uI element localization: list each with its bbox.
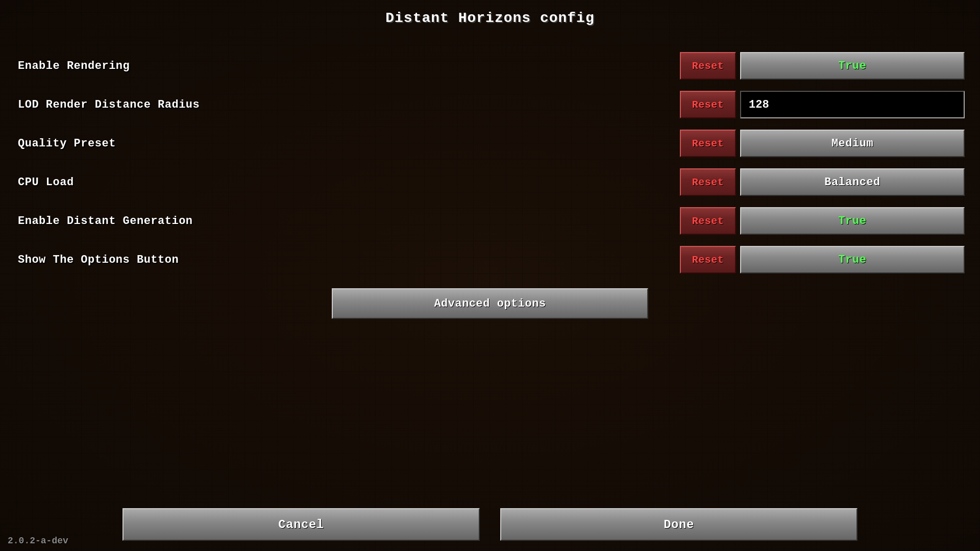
controls-enable-distant-generation: Reset True — [680, 207, 965, 235]
setting-row-enable-distant-generation: Enable Distant Generation Reset True — [15, 202, 965, 240]
value-enable-distant-generation[interactable]: True — [740, 207, 965, 235]
reset-show-options-button[interactable]: Reset — [680, 246, 736, 273]
reset-lod-render-distance[interactable]: Reset — [680, 91, 736, 118]
value-enable-rendering[interactable]: True — [740, 52, 965, 80]
setting-row-quality-preset: Quality Preset Reset Medium — [15, 124, 965, 163]
setting-row-lod-render-distance: LOD Render Distance Radius Reset — [15, 85, 965, 124]
reset-enable-rendering[interactable]: Reset — [680, 52, 736, 80]
input-lod-render-distance[interactable] — [740, 91, 965, 118]
reset-enable-distant-generation[interactable]: Reset — [680, 207, 736, 235]
label-enable-distant-generation: Enable Distant Generation — [15, 215, 680, 228]
page-container: Distant Horizons config Enable Rendering… — [0, 0, 980, 551]
bottom-buttons: Cancel Done — [0, 508, 980, 541]
settings-area: Enable Rendering Reset True LOD Render D… — [0, 46, 980, 319]
controls-show-options-button: Reset True — [680, 246, 965, 273]
setting-row-enable-rendering: Enable Rendering Reset True — [15, 46, 965, 85]
reset-cpu-load[interactable]: Reset — [680, 168, 736, 196]
label-quality-preset: Quality Preset — [15, 137, 680, 150]
cancel-button[interactable]: Cancel — [122, 508, 480, 541]
controls-quality-preset: Reset Medium — [680, 130, 965, 157]
label-cpu-load: CPU Load — [15, 176, 680, 189]
done-button[interactable]: Done — [500, 508, 857, 541]
value-show-options-button[interactable]: True — [740, 246, 965, 273]
value-cpu-load[interactable]: Balanced — [740, 168, 965, 196]
controls-lod-render-distance: Reset — [680, 91, 965, 118]
controls-cpu-load: Reset Balanced — [680, 168, 965, 196]
advanced-options-button[interactable]: Advanced options — [332, 288, 648, 319]
value-quality-preset[interactable]: Medium — [740, 130, 965, 157]
setting-row-show-options-button: Show The Options Button Reset True — [15, 240, 965, 279]
reset-quality-preset[interactable]: Reset — [680, 130, 736, 157]
label-lod-render-distance: LOD Render Distance Radius — [15, 98, 680, 111]
advanced-options-container: Advanced options — [15, 279, 965, 319]
label-enable-rendering: Enable Rendering — [15, 60, 680, 72]
version-label: 2.0.2-a-dev — [8, 536, 68, 546]
setting-row-cpu-load: CPU Load Reset Balanced — [15, 163, 965, 202]
controls-enable-rendering: Reset True — [680, 52, 965, 80]
label-show-options-button: Show The Options Button — [15, 254, 680, 266]
page-title: Distant Horizons config — [385, 10, 594, 26]
